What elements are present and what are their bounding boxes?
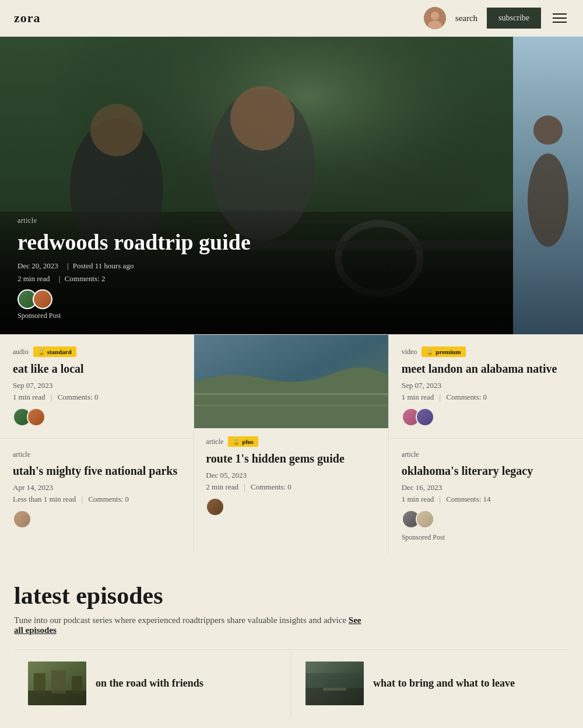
hamburger-line-2 (553, 18, 567, 19)
hero-side[interactable] (513, 37, 583, 334)
card-route1-badge: 🔒 plus (228, 436, 258, 447)
route1-image-bg (194, 335, 388, 428)
card-oklahoma-meta: 1 min read | Comments: 14 (402, 495, 570, 504)
card-route1-tags: article 🔒 plus (206, 436, 376, 447)
episode-card-2[interactable]: what to bring and what to leave (292, 650, 569, 717)
card-oklahoma-read: 1 min read (402, 495, 434, 503)
card-oklahoma-avatar-2 (416, 510, 434, 528)
lock-icon: 🔒 (38, 349, 45, 355)
hero-meta-2: 2 min read | Comments: 2 (17, 274, 496, 284)
svg-rect-23 (34, 673, 45, 694)
hero-section: article redwoods roadtrip guide Dec 20, … (0, 37, 583, 334)
episodes-desc: Tune into our podcast series where exper… (14, 615, 364, 635)
card-landon-date: Sep 07, 2023 (402, 381, 570, 390)
card-route1-avatar-1 (206, 498, 224, 516)
card-utah-date: Apr 14, 2023 (13, 483, 181, 492)
card-landon-avatar-2 (416, 408, 434, 426)
hero-title: redwoods roadtrip guide (17, 230, 496, 256)
card-oklahoma-comments: Comments: 14 (446, 495, 490, 503)
subscribe-button[interactable]: subscribe (487, 8, 541, 29)
hero-meta: Dec 20, 2023 | Posted 11 hours ago (17, 261, 496, 271)
card-route1-read: 2 min read (206, 482, 238, 491)
svg-point-1 (431, 12, 439, 20)
hamburger-line-3 (553, 22, 567, 23)
lock-icon-3: 🔒 (426, 349, 433, 355)
svg-point-16 (528, 153, 568, 247)
svg-rect-24 (51, 670, 66, 694)
card-utah-avatar-1 (13, 510, 31, 528)
card-route1-meta: 2 min read | Comments: 0 (206, 482, 376, 492)
svg-rect-29 (305, 673, 364, 688)
site-header: zora search subscribe (0, 0, 583, 37)
episodes-title: latest episodes (14, 582, 569, 610)
logo[interactable]: zora (14, 10, 41, 26)
card-landon-comments: Comments: 0 (446, 393, 487, 401)
card-oklahoma-type: article (402, 450, 419, 459)
svg-rect-25 (72, 676, 82, 694)
card-oklahoma-title: oklahoma's literary legacy (402, 464, 570, 478)
card-utah-type: article (13, 450, 30, 459)
card-utah[interactable]: article utah's mighty five national park… (0, 439, 194, 540)
hero-sponsored: Sponsored Post (17, 312, 496, 320)
card-eat-local-title: eat like a local (13, 362, 181, 376)
card-utah-tags: article (13, 450, 181, 459)
search-label[interactable]: search (455, 13, 477, 23)
svg-point-15 (533, 116, 563, 145)
hamburger-line-1 (553, 13, 567, 15)
card-route1-type: article (206, 438, 223, 446)
card-utah-meta: Less than 1 min read | Comments: 0 (13, 495, 181, 504)
content-grid: audio 🔒 standard eat like a local Sep 07… (0, 334, 583, 554)
card-route1-avatars (206, 498, 376, 516)
card-eat-local-type: audio (13, 348, 29, 356)
card-oklahoma-sponsored: Sponsored Post (402, 533, 570, 542)
card-eat-local-date: Sep 07, 2023 (13, 381, 181, 390)
hero-comments: Comments: 2 (65, 274, 106, 283)
episode-card-1[interactable]: on the road with friends (14, 650, 292, 717)
card-route1-image[interactable] (194, 335, 388, 428)
card-landon-badge: 🔒 premium (422, 346, 465, 357)
card-utah-read: Less than 1 min read (13, 495, 76, 503)
card-landon-title: meet landon an alabama native (402, 362, 570, 376)
svg-rect-19 (194, 393, 388, 395)
card-eat-local[interactable]: audio 🔒 standard eat like a local Sep 07… (0, 335, 194, 439)
card-route1-title: route 1's hidden gems guide (206, 452, 376, 466)
episode-thumb-1 (28, 662, 86, 705)
hero-posted: Posted 11 hours ago (73, 261, 134, 270)
lock-icon-2: 🔒 (233, 439, 240, 445)
episodes-section: latest episodes Tune into our podcast se… (0, 554, 583, 728)
hero-side-image (513, 37, 583, 334)
header-right: search subscribe (424, 7, 569, 29)
episode-1-title: on the road with friends (96, 677, 203, 690)
card-landon-type: video (402, 348, 417, 356)
card-route1[interactable]: article 🔒 plus route 1's hidden gems gui… (194, 428, 388, 528)
hero-overlay: article redwoods roadtrip guide Dec 20, … (0, 202, 513, 334)
user-avatar[interactable] (424, 7, 446, 29)
card-oklahoma[interactable]: article oklahoma's literary legacy Dec 1… (389, 439, 583, 554)
svg-rect-20 (194, 405, 388, 406)
card-eat-local-meta: 1 min read | Comments: 0 (13, 393, 181, 402)
card-oklahoma-tags: article (402, 450, 570, 459)
card-eat-local-comments: Comments: 0 (58, 393, 99, 401)
episode-info-1: on the road with friends (96, 677, 203, 690)
card-route1-date: Dec 05, 2023 (206, 471, 376, 480)
hero-avatar-2 (33, 289, 52, 309)
card-landon-meta: 1 min read | Comments: 0 (402, 393, 570, 402)
card-route1-comments: Comments: 0 (251, 482, 292, 491)
middle-col: article 🔒 plus route 1's hidden gems gui… (194, 335, 388, 554)
card-landon[interactable]: video 🔒 premium meet landon an alabama n… (389, 335, 583, 439)
right-col: video 🔒 premium meet landon an alabama n… (389, 335, 583, 554)
hero-tag: article (17, 216, 496, 225)
card-eat-local-tags: audio 🔒 standard (13, 346, 181, 357)
episode-2-title: what to bring and what to leave (373, 677, 515, 690)
hero-main[interactable]: article redwoods roadtrip guide Dec 20, … (0, 37, 513, 334)
hamburger-menu[interactable] (550, 11, 569, 25)
card-eat-local-avatar-2 (27, 408, 45, 426)
card-oklahoma-date: Dec 16, 2023 (402, 483, 570, 492)
hero-avatars (17, 289, 496, 309)
card-landon-read: 1 min read (402, 393, 434, 401)
card-eat-local-avatars (13, 408, 181, 426)
card-landon-avatars (402, 408, 570, 426)
hero-read-time: 2 min read (17, 274, 50, 283)
episode-thumb-2 (305, 662, 364, 705)
card-landon-tags: video 🔒 premium (402, 346, 570, 357)
